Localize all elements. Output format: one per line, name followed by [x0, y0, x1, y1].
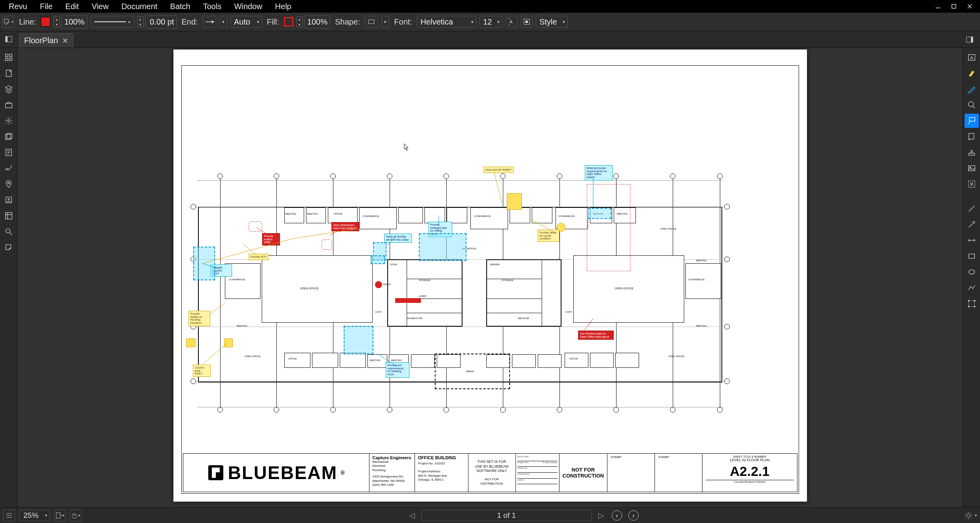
line-color-swatch[interactable]	[41, 17, 50, 27]
menu-help[interactable]: Help	[269, 2, 298, 11]
dimmer-button[interactable]: ▾	[965, 512, 977, 519]
sets-icon[interactable]	[2, 129, 16, 144]
note-tool-icon[interactable]	[965, 129, 979, 144]
shape-extra[interactable]: ▾	[381, 16, 389, 28]
minimize-button[interactable]	[930, 0, 946, 13]
properties-panel-icon[interactable]	[2, 114, 16, 128]
markups-list-icon[interactable]	[2, 240, 16, 255]
markup-cyan-box[interactable]	[193, 247, 215, 280]
markup-yellow-box[interactable]	[224, 339, 233, 347]
end-arrow-extra[interactable]: ▾	[219, 16, 227, 28]
menu-window[interactable]: Window	[228, 2, 268, 11]
markup-red-cloud[interactable]	[249, 221, 262, 232]
callout-column[interactable]: Column wrap finish?	[193, 365, 211, 377]
prev-view-button[interactable]: ‹	[612, 510, 622, 521]
text-autosize-button[interactable]: A	[506, 16, 518, 28]
polygon-sketch-tool-icon[interactable]	[965, 297, 979, 311]
menu-tools[interactable]: Tools	[197, 2, 228, 11]
text-box-tool-icon[interactable]: A	[965, 50, 979, 65]
callout-flooring[interactable]: Provide details on Flooring transition	[188, 311, 210, 326]
thumbnails-panel-icon[interactable]	[2, 50, 16, 65]
text-align-button[interactable]	[521, 16, 533, 28]
document-canvas[interactable]: MEETING MEETING OFFICE CONFERENCE CONFER…	[17, 48, 963, 507]
first-page-button[interactable]: ◁	[406, 510, 417, 521]
last-page-button[interactable]: ▷	[596, 510, 607, 521]
line-opacity-value[interactable]: 100%	[61, 15, 87, 29]
ellipse-tool-icon[interactable]	[965, 265, 979, 279]
menu-file[interactable]: File	[34, 2, 59, 11]
callout-power[interactable]: What are power requirements for Open Off…	[585, 165, 613, 181]
arrow-tool-icon[interactable]	[965, 217, 979, 232]
fill-opacity-stepper[interactable]: ▴▾ 100%	[297, 15, 330, 29]
highlight-tool-icon[interactable]	[965, 66, 979, 80]
links-icon[interactable]	[2, 209, 16, 223]
markup-red-dashed[interactable]	[587, 184, 630, 271]
callout-head-sill[interactable]: Head and sill details?	[483, 167, 514, 173]
callout-verify[interactable]: Verify all ducting will fit in this chas…	[384, 234, 412, 243]
font-size-dropdown[interactable]: 12▾	[480, 16, 502, 28]
menu-edit[interactable]: Edit	[59, 2, 85, 11]
menu-batch[interactable]: Batch	[164, 2, 197, 11]
menu-document[interactable]: Document	[115, 2, 164, 11]
layers-icon[interactable]	[2, 82, 16, 96]
image-tool-icon[interactable]	[965, 161, 979, 175]
callout-furniture[interactable]: See furniture plan for Open Office area …	[578, 331, 614, 340]
markup-yellow-box[interactable]	[186, 339, 196, 347]
right-panel-toggle[interactable]	[961, 31, 978, 48]
shape-dropdown[interactable]	[365, 16, 378, 28]
markup-cyan-box[interactable]	[344, 326, 373, 354]
font-name-dropdown[interactable]: Helvetica▾	[417, 16, 476, 28]
end-auto-dropdown[interactable]: Auto▾	[230, 16, 262, 28]
dimension-tool-icon[interactable]	[965, 233, 979, 247]
callout-tool-icon[interactable]	[965, 114, 979, 128]
page-indicator[interactable]: 1 of 1	[421, 510, 592, 521]
zoom-dropdown[interactable]: 25%▾	[19, 510, 50, 521]
markup-yellow-circle[interactable]	[557, 223, 565, 232]
toolchest-icon[interactable]	[2, 98, 16, 112]
fill-opacity-value[interactable]: 100%	[304, 15, 330, 29]
studio-icon[interactable]	[2, 193, 16, 207]
next-view-button[interactable]: ›	[628, 510, 639, 521]
line-width-stepper[interactable]: ▴▾ 0.00 pt	[137, 15, 177, 29]
close-window-button[interactable]	[962, 0, 978, 13]
tab-close-icon[interactable]: ✕	[62, 36, 68, 45]
stamp-tool-icon[interactable]	[965, 145, 979, 160]
menu-revu[interactable]: Revu	[2, 2, 34, 11]
line-opacity-stepper[interactable]: ▴▾ 100%	[53, 15, 87, 29]
fit-page-button[interactable]: ▾	[54, 510, 66, 521]
callout-rcp[interactable]: Provide RCP	[249, 254, 268, 260]
bottom-panel-toggle[interactable]	[3, 510, 15, 521]
pan-tool-button[interactable]: ▾	[70, 510, 82, 521]
maximize-button[interactable]	[946, 0, 962, 13]
line-tool-icon[interactable]	[965, 202, 979, 216]
polyline-tool-icon[interactable]	[965, 281, 979, 295]
fill-color-swatch[interactable]	[284, 17, 293, 27]
end-arrow-dropdown[interactable]	[203, 16, 216, 28]
callout-dims[interactable]: Have dimensions been field verified?	[331, 222, 359, 231]
markup-red-box[interactable]	[395, 298, 421, 303]
search-icon[interactable]	[2, 224, 16, 239]
line-style-dropdown[interactable]: ▾	[91, 16, 134, 28]
style-dropdown[interactable]: Style▾	[536, 16, 567, 28]
callout-corner[interactable]: Provide detail for corner condition	[538, 230, 559, 242]
cloud-tool-icon[interactable]	[965, 98, 979, 112]
menu-view[interactable]: View	[85, 2, 115, 11]
markup-cyan-box[interactable]	[371, 255, 385, 264]
file-access-icon[interactable]	[2, 66, 16, 80]
selection-tool-dropdown[interactable]: ▾	[2, 16, 14, 28]
line-width-value[interactable]: 0.00 pt	[145, 15, 177, 29]
signatures-icon[interactable]	[2, 161, 16, 175]
markup-cyan-box[interactable]	[419, 233, 466, 261]
markup-red-cloud[interactable]	[322, 240, 332, 250]
snapshot-tool-icon[interactable]	[965, 177, 979, 191]
left-panel-toggle[interactable]	[0, 31, 17, 48]
places-icon[interactable]	[2, 177, 16, 191]
markup-red-dot[interactable]	[375, 281, 382, 288]
forms-icon[interactable]	[2, 145, 16, 160]
pen-tool-icon[interactable]	[965, 82, 979, 96]
callout-mullion[interactable]: Provide mullion detail	[262, 233, 280, 245]
document-tab[interactable]: FloorPlan ✕	[19, 33, 73, 48]
rectangle-tool-icon[interactable]	[965, 249, 979, 263]
markup-yellow-box[interactable]	[507, 193, 522, 210]
callout-av[interactable]: Provide A/V requirements for meeting roo…	[386, 362, 409, 378]
